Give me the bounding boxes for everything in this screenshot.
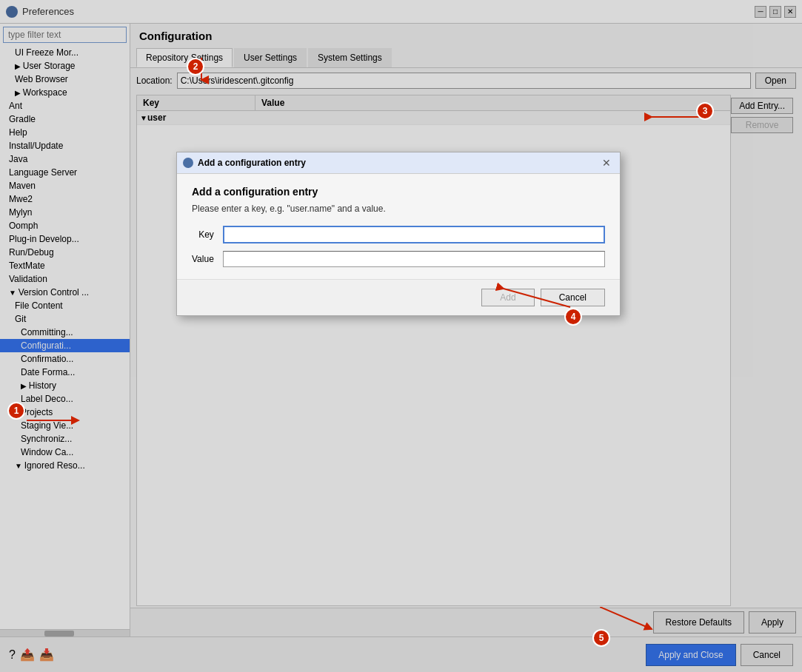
dialog-icon [183,158,193,168]
dialog-titlebar: Add a configuration entry ✕ [177,152,620,174]
dialog-body: Add a configuration entry Please enter a… [177,174,620,279]
value-label: Value [192,254,214,264]
key-label: Key [192,229,214,240]
dialog-add-button[interactable]: Add [481,289,534,306]
dialog-footer: Add Cancel [177,279,620,315]
dialog-heading: Add a configuration entry [192,186,605,198]
dialog-cancel-button[interactable]: Cancel [541,289,605,306]
dialog-title-left: Add a configuration entry [183,158,306,168]
dialog-description: Please enter a key, e.g. "user.name" and… [192,204,605,214]
dialog-close-button[interactable]: ✕ [599,155,614,170]
modal-overlay: Add a configuration entry ✕ Add a config… [0,0,802,672]
dialog-title: Add a configuration entry [198,158,306,168]
key-input[interactable] [223,226,605,243]
add-config-dialog: Add a configuration entry ✕ Add a config… [176,152,621,316]
value-input[interactable] [223,251,605,267]
dialog-form: Key Value [192,226,605,267]
